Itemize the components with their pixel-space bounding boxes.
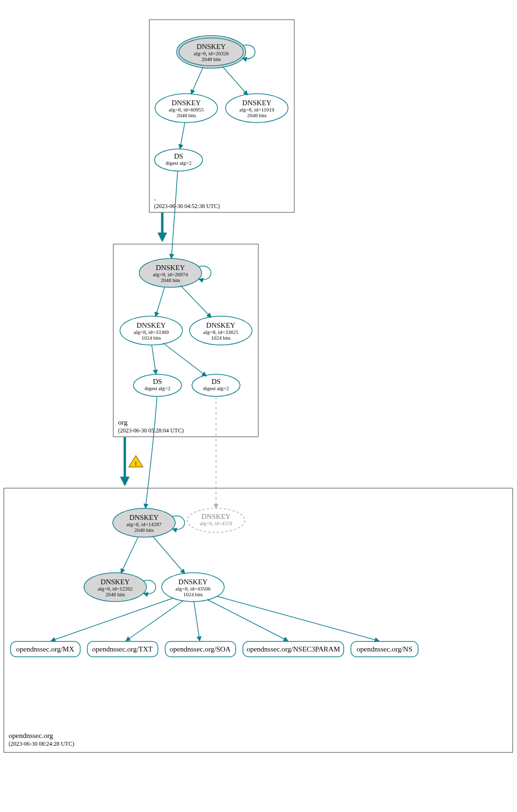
edge-zsk-soa <box>194 602 200 641</box>
dnssec-chain-diagram: . (2023-06-30 04:52:38 UTC) org (2023-06… <box>0 0 517 812</box>
warning-icon: ! <box>129 455 143 467</box>
svg-text:alg=8, id=26974: alg=8, id=26974 <box>153 271 188 277</box>
edge-root-ds-to-org-ksk <box>171 171 178 258</box>
svg-text:DNSKEY: DNSKEY <box>202 513 231 520</box>
rrset-soa: opendnssec.org/SOA <box>165 641 236 657</box>
zone-label-opendnssec: opendnssec.org <box>9 732 53 739</box>
svg-text:DNSKEY: DNSKEY <box>179 578 208 586</box>
zone-label-root: . <box>154 194 156 202</box>
rrset-mx: opendnssec.org/MX <box>11 641 80 657</box>
zone-box-opendnssec <box>4 488 513 752</box>
svg-text:alg=8, id=33825: alg=8, id=33825 <box>204 329 239 335</box>
svg-text:1024 bits: 1024 bits <box>183 591 203 597</box>
rrset-txt: opendnssec.org/TXT <box>87 641 158 657</box>
edge-root-ksk-zsk1 <box>191 67 203 94</box>
svg-text:alg=8, id=33369: alg=8, id=33369 <box>134 329 169 335</box>
node-org-ds2: DS digest alg=2 <box>192 374 240 396</box>
svg-text:DNSKEY: DNSKEY <box>197 43 226 50</box>
svg-text:2048 bits: 2048 bits <box>177 112 196 118</box>
svg-text:alg=8, id=20326: alg=8, id=20326 <box>194 50 229 56</box>
edge-od-ksk-key2 <box>121 537 138 573</box>
svg-text:DS: DS <box>153 378 162 385</box>
zone-label-org: org <box>118 418 128 426</box>
svg-text:DNSKEY: DNSKEY <box>101 578 130 586</box>
edge-zsk-ns <box>217 596 379 641</box>
edge-org-ksk-zsk1 <box>156 287 165 317</box>
zone-time-root: (2023-06-30 04:52:38 UTC) <box>154 203 220 209</box>
node-od-ghost: DNSKEY alg=8, id=4559 <box>187 508 245 532</box>
svg-text:alg=8, id=60955: alg=8, id=60955 <box>169 107 204 112</box>
node-od-key-12262: DNSKEY alg=8, id=12262 2048 bits <box>84 573 146 602</box>
edge-zsk-nsec3param <box>207 600 288 641</box>
svg-text:opendnssec.org/MX: opendnssec.org/MX <box>16 645 74 653</box>
svg-text:alg=8, id=14287: alg=8, id=14287 <box>127 521 162 527</box>
svg-text:alg=8, id=4559: alg=8, id=4559 <box>200 520 232 526</box>
svg-text:digest alg=2: digest alg=2 <box>166 160 192 166</box>
node-root-ds: DS digest alg=2 <box>155 149 203 171</box>
svg-text:DNSKEY: DNSKEY <box>172 99 201 107</box>
node-od-ksk: DNSKEY alg=8, id=14287 2048 bits <box>113 508 175 537</box>
node-od-zsk-43506: DNSKEY alg=8, id=43506 1024 bits <box>162 573 224 602</box>
zone-time-org: (2023-06-30 05:28:04 UTC) <box>118 427 184 434</box>
svg-text:2048 bits: 2048 bits <box>134 527 154 533</box>
svg-text:opendnssec.org/NS: opendnssec.org/NS <box>357 645 412 653</box>
svg-text:1024 bits: 1024 bits <box>211 335 231 341</box>
svg-text:digest alg=2: digest alg=2 <box>144 385 170 391</box>
svg-text:DNSKEY: DNSKEY <box>156 264 185 271</box>
node-root-zsk-11019: DNSKEY alg=8, id=11019 2048 bits <box>226 94 288 123</box>
svg-text:DNSKEY: DNSKEY <box>137 321 166 329</box>
svg-text:digest alg=2: digest alg=2 <box>203 385 229 391</box>
node-org-zsk-33825: DNSKEY alg=8, id=33825 1024 bits <box>190 316 252 345</box>
svg-text:DS: DS <box>174 152 183 160</box>
svg-text:2048 bits: 2048 bits <box>161 277 180 283</box>
svg-text:DNSKEY: DNSKEY <box>130 514 159 521</box>
svg-text:2048 bits: 2048 bits <box>106 591 125 597</box>
svg-text:2048 bits: 2048 bits <box>247 112 267 118</box>
svg-text:DNSKEY: DNSKEY <box>206 321 236 329</box>
node-org-ksk: DNSKEY alg=8, id=26974 2048 bits <box>139 258 202 287</box>
svg-text:1024 bits: 1024 bits <box>142 335 161 341</box>
zone-time-opendnssec: (2023-06-30 08:24:28 UTC) <box>9 740 74 747</box>
edge-zsk-txt <box>126 601 183 641</box>
rrset-nsec3param: opendnssec.org/NSEC3PARAM <box>243 641 344 657</box>
edge-zsk-mx <box>51 598 173 641</box>
svg-text:!: ! <box>135 460 137 467</box>
svg-text:opendnssec.org/SOA: opendnssec.org/SOA <box>170 645 231 653</box>
edge-org-zsk1-ds2 <box>163 343 206 376</box>
svg-text:2048 bits: 2048 bits <box>202 56 221 62</box>
edge-root-ksk-zsk2 <box>222 66 248 95</box>
svg-text:alg=8, id=11019: alg=8, id=11019 <box>240 107 275 112</box>
node-org-zsk-33369: DNSKEY alg=8, id=33369 1024 bits <box>120 316 182 345</box>
edge-org-ksk-zsk2 <box>180 285 211 318</box>
svg-text:alg=8, id=43506: alg=8, id=43506 <box>176 586 211 591</box>
edge-org-ds1-to-od-ksk <box>145 396 157 508</box>
svg-text:DNSKEY: DNSKEY <box>242 99 272 107</box>
rrset-ns: opendnssec.org/NS <box>351 641 418 657</box>
svg-text:DS: DS <box>211 378 220 385</box>
edge-org-zsk1-ds1 <box>152 345 156 374</box>
svg-text:opendnssec.org/NSEC3PARAM: opendnssec.org/NSEC3PARAM <box>247 645 340 653</box>
node-org-ds1: DS digest alg=2 <box>133 374 181 396</box>
svg-text:alg=8, id=12262: alg=8, id=12262 <box>98 586 133 591</box>
edge-root-zsk1-ds <box>180 123 185 149</box>
edge-od-ksk-zsk <box>153 536 185 574</box>
svg-text:opendnssec.org/TXT: opendnssec.org/TXT <box>92 645 153 653</box>
node-root-zsk-60955: DNSKEY alg=8, id=60955 2048 bits <box>155 94 217 123</box>
node-root-ksk: DNSKEY alg=8, id=20326 2048 bits <box>177 36 246 68</box>
